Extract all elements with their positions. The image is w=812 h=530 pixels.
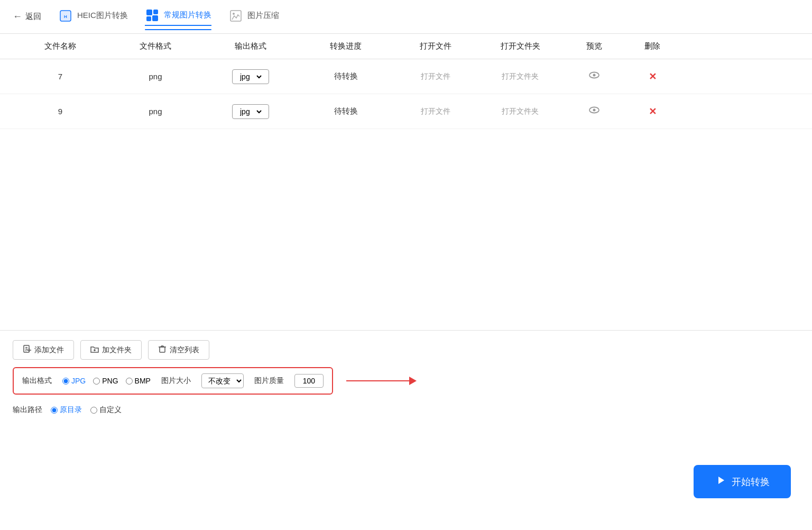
svg-point-7	[233, 13, 235, 15]
svg-rect-2	[146, 10, 152, 15]
back-button[interactable]: ← 返回	[13, 11, 41, 22]
clear-list-label: 清空列表	[170, 345, 199, 355]
back-arrow-icon: ←	[13, 11, 22, 22]
format-png-radio[interactable]	[93, 378, 100, 385]
open-folder-link-1[interactable]: 打开文件夹	[502, 72, 539, 81]
format-radio-group: JPG PNG BMP	[62, 377, 151, 385]
open-file-link-2[interactable]: 打开文件	[421, 107, 450, 116]
empty-area	[0, 129, 812, 330]
add-folder-button[interactable]: 加文件夹	[80, 340, 142, 360]
cell-open-folder-1[interactable]: 打开文件夹	[478, 62, 562, 91]
col-open-file: 打开文件	[393, 34, 478, 59]
format-jpg-label: JPG	[71, 377, 86, 385]
cell-output-2[interactable]: jpg png bmp	[203, 95, 298, 129]
table-row: 7 png jpg png bmp 待转换 打开文件 打开文件夹 ✕	[0, 59, 812, 94]
format-bmp[interactable]: BMP	[126, 377, 151, 385]
col-output: 输出格式	[203, 34, 298, 59]
output-path-label: 输出路径	[13, 405, 42, 415]
output-format-label: 输出格式	[22, 376, 52, 386]
start-label: 开始转换	[732, 476, 770, 488]
svg-text:H: H	[64, 14, 67, 19]
compress-icon	[228, 8, 243, 23]
svg-rect-20	[160, 347, 165, 352]
start-button[interactable]: 开始转换	[694, 465, 791, 498]
svg-rect-5	[152, 15, 158, 21]
format-png[interactable]: PNG	[93, 377, 118, 385]
heic-icon: H	[58, 8, 73, 23]
path-row: 输出路径 原目录 自定义	[13, 405, 799, 415]
cell-output-1[interactable]: jpg png bmp	[203, 60, 298, 94]
arrow-head	[409, 377, 417, 385]
preview-icon-2[interactable]	[588, 104, 601, 119]
nav-item-regular[interactable]: 常规图片转换	[145, 8, 211, 26]
col-open-folder: 打开文件夹	[478, 34, 562, 59]
add-file-button[interactable]: 添加文件	[13, 340, 74, 360]
size-select[interactable]: 不改变	[201, 373, 244, 388]
regular-icon	[145, 8, 160, 23]
clear-list-icon	[158, 345, 167, 355]
nav-label-heic: HEIC图片转换	[77, 11, 128, 21]
cell-delete-2[interactable]: ✕	[626, 96, 679, 127]
svg-marker-25	[718, 477, 724, 484]
col-filename: 文件名称	[13, 34, 108, 59]
open-file-link-1[interactable]: 打开文件	[421, 72, 450, 81]
cell-format-2: png	[108, 97, 203, 125]
arrow-annotation	[346, 377, 417, 385]
output-format-select-1[interactable]: jpg png bmp	[238, 72, 263, 81]
table-header: 文件名称 文件格式 输出格式 转换进度 打开文件 打开文件夹 预览 删除	[0, 34, 812, 59]
cell-preview-2[interactable]	[562, 94, 626, 129]
arrow-line	[346, 380, 410, 381]
path-original-label: 原目录	[60, 405, 82, 415]
output-format-select-2[interactable]: jpg png bmp	[238, 107, 263, 116]
format-bmp-radio[interactable]	[126, 378, 133, 385]
cell-progress-1: 待转换	[298, 62, 393, 91]
path-original-radio[interactable]	[51, 407, 58, 414]
cell-preview-1[interactable]	[562, 59, 626, 94]
cell-open-folder-2[interactable]: 打开文件夹	[478, 97, 562, 126]
path-custom-radio[interactable]	[90, 407, 97, 414]
path-custom[interactable]: 自定义	[90, 405, 122, 415]
cell-filename-1: 7	[13, 62, 108, 90]
path-custom-label: 自定义	[99, 405, 122, 415]
cell-open-file-1[interactable]: 打开文件	[393, 62, 478, 91]
format-png-label: PNG	[102, 377, 118, 385]
svg-rect-3	[153, 10, 158, 14]
clear-list-button[interactable]: 清空列表	[148, 340, 209, 360]
col-delete: 删除	[626, 34, 679, 59]
col-preview: 预览	[562, 34, 626, 59]
delete-icon-2[interactable]: ✕	[649, 106, 657, 117]
nav-label-compress: 图片压缩	[247, 11, 279, 21]
nav-item-heic[interactable]: H HEIC图片转换	[58, 8, 128, 25]
add-folder-icon	[90, 345, 99, 355]
svg-point-9	[593, 74, 596, 77]
active-underline	[145, 29, 211, 30]
nav-item-compress[interactable]: 图片压缩	[228, 8, 279, 25]
col-progress: 转换进度	[298, 34, 393, 59]
back-label: 返回	[25, 12, 41, 22]
cell-delete-1[interactable]: ✕	[626, 61, 679, 92]
add-file-label: 添加文件	[34, 345, 64, 355]
open-folder-link-2[interactable]: 打开文件夹	[502, 107, 539, 116]
format-jpg-radio[interactable]	[62, 378, 69, 385]
preview-icon-1[interactable]	[588, 69, 601, 84]
delete-icon-1[interactable]: ✕	[649, 71, 657, 83]
toolbar-buttons: 添加文件 加文件夹 清空列表	[13, 340, 799, 360]
format-bmp-label: BMP	[135, 377, 151, 385]
quality-input[interactable]	[294, 374, 324, 388]
bottom-bar: 添加文件 加文件夹 清空列表	[0, 330, 812, 423]
nav-bar: ← 返回 H HEIC图片转换 常规图片转换	[0, 0, 812, 34]
cell-progress-2: 待转换	[298, 97, 393, 126]
table-row: 9 png jpg png bmp 待转换 打开文件 打开文件夹 ✕	[0, 94, 812, 129]
svg-point-11	[593, 109, 596, 112]
add-folder-label: 加文件夹	[102, 345, 132, 355]
quality-label: 图片质量	[254, 376, 284, 386]
format-jpg[interactable]: JPG	[62, 377, 86, 385]
add-file-icon	[23, 345, 31, 355]
col-format: 文件格式	[108, 34, 203, 59]
path-original[interactable]: 原目录	[51, 405, 82, 415]
start-play-icon	[715, 474, 726, 489]
cell-filename-2: 9	[13, 97, 108, 125]
settings-row: 输出格式 JPG PNG BMP 图片大小 不改变	[13, 367, 333, 395]
cell-open-file-2[interactable]: 打开文件	[393, 97, 478, 126]
nav-label-regular: 常规图片转换	[164, 10, 211, 20]
